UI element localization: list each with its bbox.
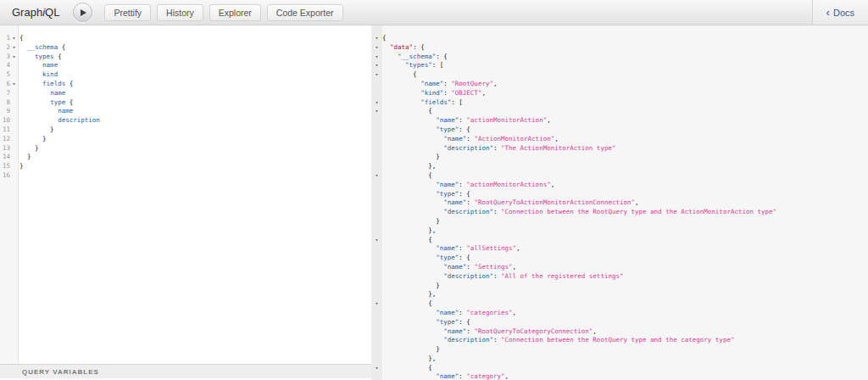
line-number: 5 xyxy=(0,70,10,80)
line-number: 16 xyxy=(0,171,10,181)
result-code-line: }, xyxy=(371,355,868,364)
line-number: 4 xyxy=(0,61,10,70)
line-number: 11 xyxy=(0,126,10,135)
fold-arrow-icon[interactable]: ▾ xyxy=(371,171,382,181)
fold-gutter-cell xyxy=(10,135,18,144)
fold-gutter-cell xyxy=(371,355,382,364)
code-text: "type": { xyxy=(382,254,470,263)
result-code-line: } xyxy=(371,153,868,162)
line-number: 14 xyxy=(0,153,10,162)
query-code-line: 2▾ __schema { xyxy=(0,43,371,53)
docs-toggle-button[interactable]: ‹ Docs xyxy=(812,0,868,25)
code-text: { xyxy=(19,34,24,43)
code-text: } xyxy=(382,153,440,162)
code-text: { xyxy=(382,364,432,373)
app-logo: GraphiQL xyxy=(12,6,59,19)
fold-arrow-icon[interactable]: ▾ xyxy=(10,34,18,43)
code-text: name xyxy=(19,61,58,70)
line-number: 15 xyxy=(0,162,10,171)
code-text: "type": { xyxy=(382,190,470,199)
result-code-line: "name": "actionMonitorAction", xyxy=(371,116,868,126)
query-editor-pane: 1▾{2▾ __schema {3▾ types {4 name5 kind6▾… xyxy=(0,25,371,380)
code-text: "description": "All of the registered se… xyxy=(382,272,623,282)
code-exporter-button[interactable]: Code Exporter xyxy=(267,4,343,21)
code-text: "name": "RootQuery", xyxy=(382,80,497,89)
code-text: } xyxy=(19,153,31,162)
fold-gutter-cell xyxy=(371,80,382,89)
code-text: "description": "The ActionMonitorAction … xyxy=(382,144,615,154)
fold-arrow-icon[interactable]: ▾ xyxy=(10,43,18,53)
code-text: { xyxy=(382,299,432,309)
code-text: }, xyxy=(382,162,436,171)
code-text: { xyxy=(382,236,432,245)
result-code-line: "name": "RootQueryToActionMonitorActionC… xyxy=(371,198,868,208)
fold-gutter-cell xyxy=(10,126,18,135)
fold-gutter-cell xyxy=(10,70,18,80)
play-icon xyxy=(81,9,86,16)
query-editor-input[interactable]: 1▾{2▾ __schema {3▾ types {4 name5 kind6▾… xyxy=(0,25,371,181)
fold-arrow-icon[interactable]: ▾ xyxy=(371,98,382,108)
fold-gutter-cell xyxy=(371,244,382,254)
result-code-line: "name": "RootQueryToCategoryConnection", xyxy=(371,327,868,337)
fold-arrow-icon[interactable]: ▾ xyxy=(371,43,382,53)
code-text: } xyxy=(19,144,39,154)
code-text: name xyxy=(19,107,73,116)
query-code-line: 6▾ fields { xyxy=(0,80,371,89)
code-text: "kind": "OBJECT", xyxy=(382,89,486,98)
query-variables-bar[interactable]: QUERY VARIABLES xyxy=(0,364,371,378)
query-variables-title: QUERY VARIABLES xyxy=(22,368,99,376)
query-code-line: 14 } xyxy=(0,153,371,162)
code-text: "name": "actionMonitorActions", xyxy=(382,181,554,190)
fold-arrow-icon[interactable]: ▾ xyxy=(371,53,382,62)
query-code-line: 7 name xyxy=(0,89,371,98)
line-number: 13 xyxy=(0,144,10,154)
query-code-line: 13 } xyxy=(0,144,371,154)
line-number: 3 xyxy=(0,53,10,62)
fold-arrow-icon[interactable]: ▾ xyxy=(10,80,18,89)
code-text: "type": { xyxy=(382,318,470,327)
code-text: } xyxy=(382,282,440,291)
fold-gutter-cell xyxy=(10,116,18,126)
line-number: 7 xyxy=(0,89,10,98)
code-text: { xyxy=(382,171,432,181)
fold-gutter-cell xyxy=(371,254,382,263)
fold-arrow-icon[interactable]: ▾ xyxy=(371,364,382,373)
explorer-button[interactable]: Explorer xyxy=(209,4,261,21)
execute-button[interactable] xyxy=(73,3,92,22)
fold-arrow-icon[interactable]: ▾ xyxy=(371,299,382,309)
code-text: "name": "categories", xyxy=(382,309,516,318)
fold-arrow-icon[interactable]: ▾ xyxy=(371,107,382,116)
result-code-line: } xyxy=(371,345,868,355)
fold-arrow-icon[interactable]: ▾ xyxy=(371,61,382,70)
code-text: } xyxy=(382,217,440,226)
fold-gutter-cell xyxy=(371,263,382,272)
fold-arrow-icon[interactable]: ▾ xyxy=(371,236,382,245)
result-code-line: "name": "RootQuery", xyxy=(371,80,868,89)
code-text: type { xyxy=(19,98,73,108)
fold-arrow-icon[interactable]: ▾ xyxy=(371,70,382,80)
code-text: "name": "ActionMonitorAction", xyxy=(382,135,559,144)
code-text: kind xyxy=(19,70,58,80)
history-button[interactable]: History xyxy=(157,4,203,21)
fold-gutter-cell xyxy=(371,226,382,236)
query-code-line: 8 type { xyxy=(0,98,371,108)
fold-gutter-cell xyxy=(371,135,382,144)
prettify-button[interactable]: Prettify xyxy=(104,4,151,21)
code-text: } xyxy=(382,345,440,355)
line-number: 10 xyxy=(0,116,10,126)
fold-gutter-cell xyxy=(371,282,382,291)
code-text: description xyxy=(19,116,100,126)
result-code-line: "type": { xyxy=(371,318,868,327)
fold-arrow-icon[interactable]: ▾ xyxy=(371,34,382,43)
fold-gutter-cell xyxy=(371,89,382,98)
code-text: "name": "allSettings", xyxy=(382,244,520,254)
result-code-line: "name": "Settings", xyxy=(371,263,868,272)
query-code-line: 1▾{ xyxy=(0,34,371,43)
query-code-line: 12 } xyxy=(0,135,371,144)
code-text: "name": "Settings", xyxy=(382,263,516,272)
fold-arrow-icon[interactable]: ▾ xyxy=(10,53,18,62)
result-code-line: } xyxy=(371,282,868,291)
fold-gutter-cell xyxy=(10,144,18,154)
result-code-line: ▾ { xyxy=(371,236,868,245)
chevron-left-icon: ‹ xyxy=(826,7,830,18)
